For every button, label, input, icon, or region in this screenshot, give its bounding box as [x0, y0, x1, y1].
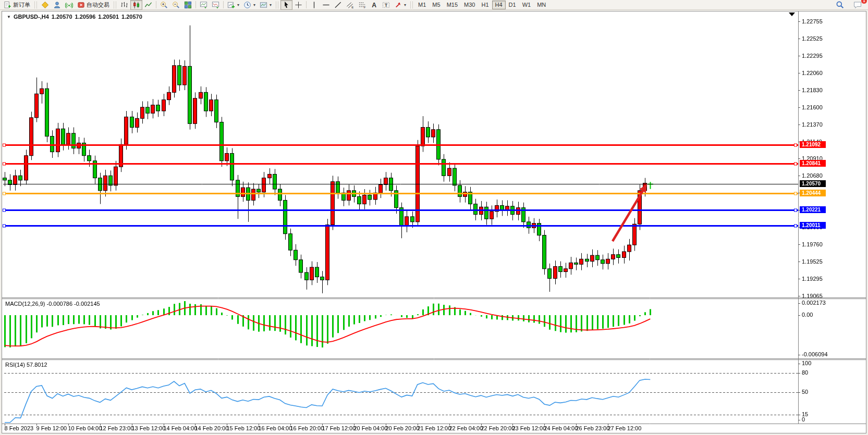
price-level-label-pivot-line: 1.20444: [800, 190, 826, 196]
macd-indicator-label: MACD(12,26,9) -0.000786 -0.002145: [5, 301, 100, 307]
collapse-triangle-icon: ▼: [7, 15, 11, 19]
ohlc-low: 1.20501: [98, 14, 119, 20]
ohlc-close: 1.20570: [121, 14, 142, 20]
price-level-label-support-line: 1.20221: [800, 206, 826, 213]
chart-title: ▼ GBPUSD-,H4 1.205701.205961.205011.2057…: [7, 14, 142, 20]
rsi-indicator-label: RSI(14) 57.8012: [5, 362, 47, 368]
price-level-label-current-price-line: 1.20570: [800, 180, 826, 187]
ohlc-high: 1.20596: [75, 14, 96, 20]
price-level-label-support-line: 1.20011: [800, 222, 826, 229]
chart-canvas[interactable]: [0, 0, 868, 435]
price-level-label-resistance-line: 1.20841: [800, 160, 826, 167]
ohlc-open: 1.20570: [52, 14, 72, 20]
chart-symbol: GBPUSD-,H4: [14, 14, 49, 20]
price-level-label-resistance-line: 1.21092: [800, 141, 826, 148]
